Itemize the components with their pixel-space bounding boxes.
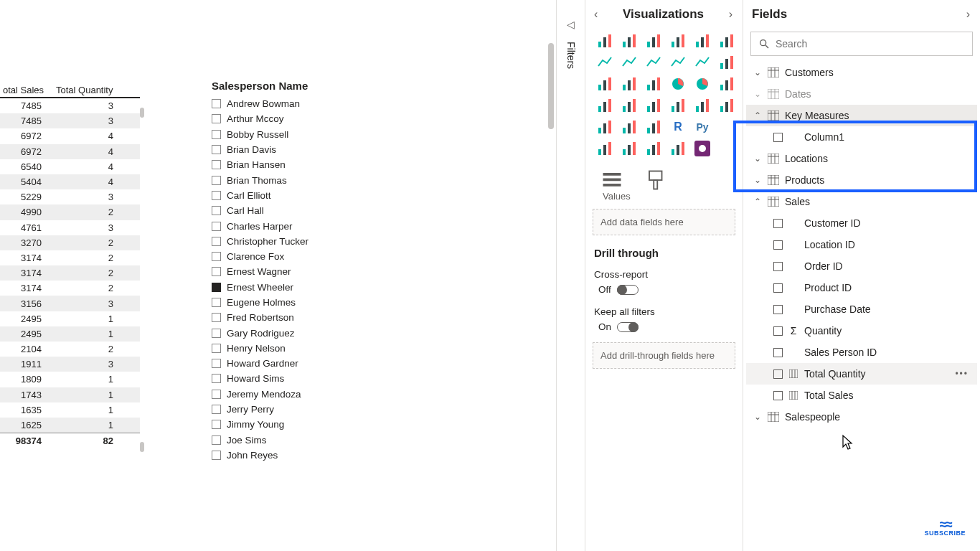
table-row[interactable]: 17431 [0,387,140,402]
checkbox[interactable] [773,391,783,400]
viz-gauge-icon[interactable] [643,96,664,115]
viz-donut-icon[interactable] [692,75,713,93]
field-column1[interactable]: Column1 [746,126,977,148]
slicer-item[interactable]: Bobby Russell [212,127,427,142]
filters-panel-collapsed[interactable]: ◁ Filters [556,0,585,551]
table-row[interactable]: 19113 [0,357,140,372]
slicer-item[interactable]: Howard Gardner [212,356,427,371]
keep-filters-toggle[interactable] [617,322,639,332]
slicer-item[interactable]: Carl Elliott [212,188,427,203]
viz-ribbon-icon[interactable] [716,53,738,72]
slicer-item[interactable]: Gary Rodriguez [212,325,427,340]
checkbox[interactable] [212,283,221,292]
table-row[interactable]: 69724 [0,128,140,143]
checkbox[interactable] [212,298,221,307]
slicer-item[interactable]: Andrew Bowman [212,96,427,111]
table-row[interactable]: 24951 [0,326,140,342]
viz-pie-icon[interactable] [667,75,689,93]
field-purchase-date[interactable]: Purchase Date [746,298,977,320]
table-key-measures[interactable]: ⌃ Key Measures [746,105,977,126]
viz-powerapps-icon[interactable] [692,139,713,158]
table-row[interactable]: 31742 [0,250,140,265]
salesperson-slicer[interactable]: Salesperson Name Andrew BowmanArthur Mcc… [212,80,427,463]
table-row[interactable]: 31742 [0,265,140,281]
slicer-item[interactable]: Charles Harper [212,218,427,233]
viz-card-icon[interactable] [667,96,689,115]
checkbox[interactable] [212,176,221,185]
viz-py-visual-icon[interactable]: Py [692,118,713,136]
checkbox[interactable] [773,283,783,293]
slicer-item[interactable]: Arthur Mccoy [212,111,427,126]
viz-treemap-icon[interactable] [716,75,738,93]
viz-filled-map-icon[interactable] [618,96,640,115]
viz-funnel-icon[interactable] [618,75,640,93]
table-salespeople[interactable]: ⌄ Salespeople [746,406,977,428]
viz-slicer-icon[interactable] [594,118,616,136]
table-row[interactable]: 21042 [0,342,140,357]
checkbox[interactable] [212,145,221,154]
viz-arcgis-icon[interactable] [667,139,689,158]
checkbox[interactable] [212,374,221,383]
viz-clustered-bar-icon[interactable] [618,32,640,50]
viz-collapse-left-icon[interactable]: ‹ [594,8,598,21]
checkbox[interactable] [773,262,783,271]
checkbox[interactable] [212,420,221,429]
fields-search-box[interactable] [750,32,973,56]
slicer-item[interactable]: Joe Sims [212,433,427,448]
table-row[interactable]: 52293 [0,189,140,204]
table-row[interactable]: 47613 [0,220,140,235]
checkbox[interactable] [212,313,221,322]
slicer-item[interactable]: Ernest Wagner [212,264,427,279]
field-customer-id[interactable]: Customer ID [746,212,977,234]
table-row[interactable]: 16251 [0,418,140,433]
viz-key-influencers-icon[interactable] [594,139,616,158]
slicer-item[interactable]: Howard Sims [212,371,427,386]
field-product-id[interactable]: Product ID [746,277,977,298]
field-location-id[interactable]: Location ID [746,234,977,255]
slicer-item[interactable]: Carl Hall [212,203,427,218]
field-total-sales[interactable]: Total Sales [746,385,977,406]
checkbox[interactable] [212,405,221,414]
viz-clustered-column-icon[interactable] [667,32,689,50]
table-row[interactable]: 54044 [0,174,140,189]
table-row[interactable]: 65404 [0,159,140,174]
slicer-item[interactable]: Eugene Holmes [212,295,427,310]
search-input[interactable] [776,38,965,50]
checkbox[interactable] [773,369,783,379]
viz-line-clustered-icon[interactable] [667,53,689,72]
checkbox[interactable] [212,252,221,261]
viz-stacked-column-icon[interactable] [692,32,713,50]
viz-kpi-icon[interactable] [716,96,738,115]
slicer-item[interactable]: Brian Thomas [212,172,427,187]
field-quantity[interactable]: ΣQuantity [746,320,977,342]
field-order-id[interactable]: Order ID [746,255,977,277]
viz-matrix-icon[interactable] [643,118,664,136]
checkbox[interactable] [212,237,221,246]
checkbox[interactable] [212,222,221,231]
table-visual[interactable]: otal Sales Total Quantity 74853748536972… [0,83,140,446]
table-locations[interactable]: ⌄ Locations [746,148,977,169]
viz-r-visual-icon[interactable]: R [667,118,689,136]
checkbox[interactable] [773,305,783,314]
viz-line-icon[interactable] [594,53,616,72]
checkbox[interactable] [212,329,221,338]
viz-area-icon[interactable] [618,53,640,72]
format-tab-icon[interactable] [646,169,667,188]
table-row[interactable]: 32702 [0,235,140,250]
checkbox[interactable] [212,206,221,215]
checkbox[interactable] [212,160,221,169]
checkbox[interactable] [773,240,783,250]
table-products[interactable]: ⌄ Products [746,169,977,191]
checkbox[interactable] [212,191,221,200]
col-header-total-quantity[interactable]: Total Quantity [50,83,118,97]
viz-qa-icon[interactable] [643,139,664,158]
more-icon[interactable]: ••• [955,369,969,379]
slicer-item[interactable]: John Reyes [212,448,427,463]
checkbox[interactable] [212,435,221,445]
values-drop-zone[interactable]: Add data fields here [593,209,735,235]
slicer-item[interactable]: Christopher Tucker [212,234,427,249]
field-total-quantity[interactable]: Total Quantity••• [746,363,977,385]
viz-collapse-right-icon[interactable]: › [729,8,732,21]
checkbox[interactable] [212,267,221,276]
table-row[interactable]: 69724 [0,144,140,159]
